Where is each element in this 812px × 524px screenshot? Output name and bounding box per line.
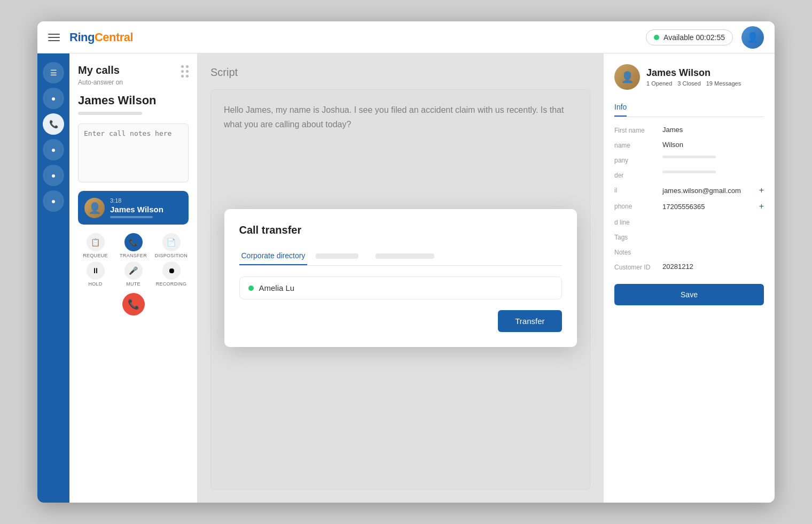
- transfer-label: TRANSFER: [120, 253, 147, 258]
- phone-add-button[interactable]: +: [759, 202, 764, 211]
- gender-value-bar: [662, 171, 716, 173]
- status-text: Available 00:02:55: [663, 33, 725, 42]
- field-label-gender: der: [614, 171, 662, 179]
- call-notes-input[interactable]: [78, 124, 189, 182]
- field-customer-id: Customer ID 20281212: [614, 263, 764, 271]
- status-dot: [654, 35, 659, 40]
- field-gender: der: [614, 171, 764, 179]
- company-value-bar: [662, 156, 716, 158]
- info-panel: 👤 James Wilson 1 Opened 3 Closed 19 Mess…: [604, 53, 775, 503]
- field-label-customer-id: Customer ID: [614, 263, 662, 271]
- field-label-last-name: name: [614, 141, 662, 149]
- call-card-name: James Wilson: [110, 205, 163, 214]
- email-add-button[interactable]: +: [759, 186, 764, 195]
- field-value-gender: [662, 171, 764, 173]
- field-label-phone: phone: [614, 202, 662, 210]
- mute-label: MUTE: [126, 281, 140, 287]
- status-indicator[interactable]: Available 00:02:55: [646, 29, 733, 45]
- field-label-tags: Tags: [614, 233, 662, 241]
- contact-status-dot: [248, 286, 254, 291]
- field-value-phone: 17205556365 +: [662, 202, 764, 211]
- save-button[interactable]: Save: [614, 284, 764, 305]
- tab-corporate-directory[interactable]: Corporate directory: [239, 247, 308, 265]
- modal-tabs: Corporate directory: [239, 247, 562, 266]
- field-label-email: il: [614, 186, 662, 194]
- tab-placeholder-1: [316, 253, 358, 259]
- icon-sidebar: ☰ ● 📞 ● ● ●: [37, 53, 69, 503]
- calls-contact-name: James Wilson: [78, 94, 189, 107]
- field-value-company: [662, 156, 764, 158]
- transfer-confirm-button[interactable]: Transfer: [498, 310, 561, 332]
- sidebar-item-5[interactable]: ●: [43, 190, 64, 212]
- modal-contact-row[interactable]: Amelia Lu: [239, 276, 562, 299]
- contact-name-block: James Wilson 1 Opened 3 Closed 19 Messag…: [646, 67, 741, 87]
- recording-icon: ⏺: [162, 261, 181, 280]
- app-header: RingCentral Available 00:02:55 👤: [37, 21, 775, 53]
- field-value-email: james.wilson@gmail.com +: [662, 186, 764, 195]
- field-value-first-name: James: [662, 126, 764, 134]
- end-call-button[interactable]: 📞: [122, 293, 145, 315]
- menu-icon[interactable]: [48, 34, 60, 41]
- tab-placeholder-2: [376, 253, 434, 259]
- disposition-icon: 📄: [162, 233, 181, 251]
- requeue-label: REQUEUE: [83, 253, 108, 258]
- logo: RingCentral: [69, 30, 133, 44]
- field-company: pany: [614, 156, 764, 164]
- field-phone: phone 17205556365 +: [614, 202, 764, 211]
- calls-dots: [181, 65, 189, 78]
- field-first-name: First name James: [614, 126, 764, 134]
- hold-button[interactable]: ⏸ HOLD: [78, 261, 113, 287]
- avatar[interactable]: 👤: [741, 26, 764, 49]
- field-email: il james.wilson@gmail.com +: [614, 186, 764, 195]
- field-label-landline: d line: [614, 218, 662, 226]
- disposition-label: DISPOSITION: [155, 253, 188, 258]
- recording-label: RECORDING: [156, 281, 187, 287]
- transfer-icon: 📞: [124, 233, 143, 251]
- script-panel: Script Hello James, my name is Joshua. I…: [198, 53, 604, 503]
- contact-header: 👤 James Wilson 1 Opened 3 Closed 19 Mess…: [614, 64, 764, 90]
- field-tags: Tags: [614, 233, 764, 241]
- calls-title: My calls: [78, 64, 189, 76]
- call-actions: 📋 REQUEUE 📞 TRANSFER 📄 DISPOSITION ⏸ HOL…: [78, 233, 189, 287]
- tab-info[interactable]: Info: [614, 98, 627, 117]
- call-card-avatar: 👤: [84, 198, 105, 218]
- field-landline: d line: [614, 218, 764, 226]
- hold-label: HOLD: [88, 281, 102, 287]
- stat-closed: 3 Closed: [677, 80, 700, 87]
- contact-stats: 1 Opened 3 Closed 19 Messages: [646, 80, 741, 87]
- field-last-name: name Wilson: [614, 141, 764, 149]
- phone-value: 17205556365: [662, 203, 705, 211]
- sidebar-item-phone[interactable]: 📞: [43, 113, 64, 135]
- transfer-button[interactable]: 📞 TRANSFER: [116, 233, 151, 258]
- modal-footer: Transfer: [239, 310, 562, 332]
- recording-button[interactable]: ⏺ RECORDING: [154, 261, 189, 287]
- requeue-button[interactable]: 📋 REQUEUE: [78, 233, 113, 258]
- stat-opened: 1 Opened: [646, 80, 672, 87]
- requeue-icon: 📋: [87, 233, 105, 251]
- logo-ring: Ring: [69, 30, 95, 44]
- field-label-company: pany: [614, 156, 662, 164]
- email-value: james.wilson@gmail.com: [662, 187, 741, 195]
- field-notes: Notes: [614, 248, 764, 256]
- sidebar-item-1[interactable]: ☰: [43, 62, 64, 83]
- mute-button[interactable]: 🎤 MUTE: [116, 261, 151, 287]
- disposition-button[interactable]: 📄 DISPOSITION: [154, 233, 189, 258]
- stat-messages: 19 Messages: [706, 80, 741, 87]
- field-label-first-name: First name: [614, 126, 662, 134]
- contact-avatar: 👤: [614, 64, 640, 90]
- call-card-timer: 3:18: [110, 197, 163, 204]
- field-value-last-name: Wilson: [662, 141, 764, 149]
- calls-panel: My calls Auto-answer on James Wilson 👤 3…: [69, 53, 198, 503]
- field-label-notes: Notes: [614, 248, 662, 256]
- calls-contact-bar: [78, 112, 142, 115]
- call-transfer-modal: Call transfer Corporate directory Amelia…: [224, 209, 577, 347]
- calls-subtitle: Auto-answer on: [78, 79, 189, 86]
- sidebar-item-4[interactable]: ●: [43, 165, 64, 186]
- info-tabs: Info: [614, 98, 764, 117]
- logo-central: Central: [95, 30, 133, 44]
- sidebar-item-3[interactable]: ●: [43, 139, 64, 160]
- modal-contact-name: Amelia Lu: [259, 283, 295, 292]
- sidebar-item-2[interactable]: ●: [43, 88, 64, 109]
- modal-overlay: Call transfer Corporate directory Amelia…: [198, 53, 603, 503]
- hold-icon: ⏸: [87, 261, 105, 280]
